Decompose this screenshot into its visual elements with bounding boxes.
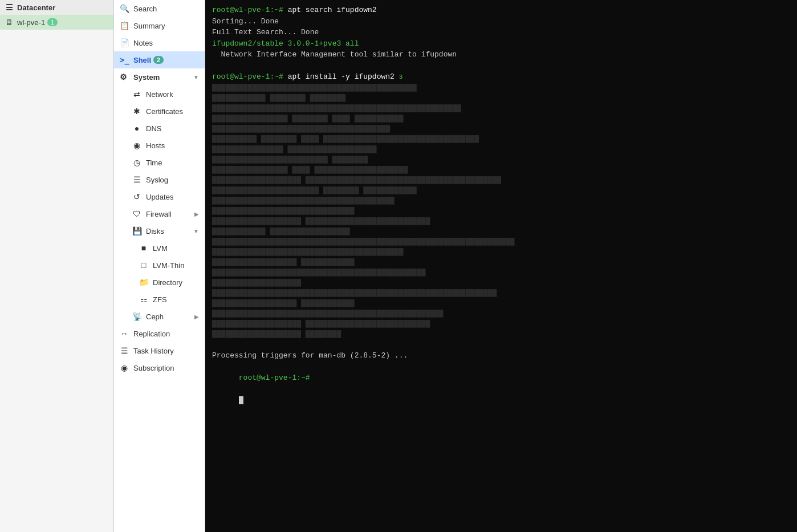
nav-label-certificates: Certificates <box>146 107 183 116</box>
node-label: wl-pve-1 <box>17 18 45 27</box>
nav-label-zfs: ZFS <box>153 295 167 304</box>
nav-label-syslog: Syslog <box>146 176 168 184</box>
certificates-icon: ✱ <box>132 107 141 116</box>
nav-item-updates[interactable]: ↺ Updates <box>121 188 205 205</box>
summary-icon: 📋 <box>120 21 129 30</box>
subscription-icon: ◉ <box>120 363 129 372</box>
terminal-content[interactable]: root@wl-pve-1:~# apt search ifupdown2 So… <box>205 0 797 532</box>
nav-label-system: System <box>133 73 160 82</box>
datacenter-icon: ☰ <box>5 3 14 12</box>
terminal-blurred-25: ████████████████████ ████████ <box>212 329 790 339</box>
nav-item-ceph[interactable]: 📡 Ceph ▶ <box>121 308 205 325</box>
shell-badge: 2 <box>153 56 164 64</box>
nav-label-dns: DNS <box>146 124 161 133</box>
nav-item-zfs[interactable]: ⚏ ZFS <box>128 291 205 308</box>
terminal-blurred-22: ███████████████████ ████████████ <box>212 298 790 308</box>
nav-item-lvm[interactable]: ■ LVM <box>128 239 205 257</box>
zfs-icon: ⚏ <box>139 295 148 304</box>
terminal-blurred-4: █████████████████ ████████ ████ ████████… <box>212 113 790 124</box>
nav-item-firewall[interactable]: 🛡 Firewall ▶ <box>121 205 205 222</box>
shell-icon: >_ <box>120 55 129 64</box>
lvm-icon: ■ <box>139 243 148 253</box>
terminal-line-5: Network Interface Management tool simila… <box>212 49 790 60</box>
nav-label-updates: Updates <box>146 193 173 201</box>
nav-label-time: Time <box>146 159 162 167</box>
nav-item-task-history[interactable]: ☰ Task History <box>114 342 205 359</box>
nav-item-notes[interactable]: 📄 Notes <box>114 34 205 51</box>
terminal-panel[interactable]: root@wl-pve-1:~# apt search ifupdown2 So… <box>205 0 797 532</box>
datacenter-label: Datacenter <box>17 3 55 12</box>
nav-label-ceph: Ceph <box>146 312 164 321</box>
terminal-blurred-5: ████████████████████████████████████████ <box>212 124 790 134</box>
nav-label-disks: Disks <box>146 227 164 235</box>
nav-item-hosts[interactable]: ◉ Hosts <box>121 137 205 154</box>
nav-item-network[interactable]: ⇄ Network <box>121 86 205 103</box>
nav-label-network: Network <box>146 90 173 99</box>
terminal-line-1: root@wl-pve-1:~# apt search ifupdown2 <box>212 5 790 16</box>
terminal-blurred-6: ██████████ ████████ ████ ███████████████… <box>212 134 790 144</box>
terminal-line-2: Sorting... Done <box>212 16 790 27</box>
tree-item-datacenter[interactable]: ☰ Datacenter <box>0 0 113 15</box>
nav-label-lvm-thin: LVM-Thin <box>153 261 184 270</box>
lvm-thin-icon: □ <box>139 261 148 270</box>
search-icon: 🔍 <box>120 4 129 13</box>
nav-item-syslog[interactable]: ☰ Syslog <box>121 171 205 188</box>
nav-item-time[interactable]: ◷ Time <box>121 154 205 171</box>
terminal-blurred-17: ████████████████████████████████████████… <box>212 247 790 257</box>
nav-item-disks[interactable]: 💾 Disks ▼ <box>121 222 205 239</box>
terminal-line-processing: Processing triggers for man-db (2.8.5-2)… <box>212 350 790 362</box>
nav-item-shell[interactable]: >_ Shell 2 <box>114 51 205 68</box>
nav-system-children: ⇄ Network ✱ Certificates ● DNS ◉ Hosts ◷… <box>114 86 205 325</box>
terminal-blurred-3: ████████████████████████████████████████… <box>212 103 790 113</box>
terminal-blurred-15: ████████████ ██████████████████ <box>212 226 790 237</box>
terminal-blurred-21: ████████████████████████████████████████… <box>212 288 790 298</box>
system-icon: ⚙ <box>120 72 129 82</box>
nav-label-task-history: Task History <box>133 347 174 355</box>
terminal-blurred-14: ████████████████████ ███████████████████… <box>212 216 790 226</box>
directory-icon: 📁 <box>139 278 148 287</box>
terminal-blurred-23: ████████████████████████████████████████… <box>212 308 790 319</box>
nav-item-replication[interactable]: ↔ Replication <box>114 325 205 342</box>
notes-icon: 📄 <box>120 38 129 47</box>
node-badge: 1 <box>47 18 58 26</box>
nav-item-dns[interactable]: ● DNS <box>121 120 205 137</box>
nav-item-search[interactable]: 🔍 Search <box>114 0 205 17</box>
terminal-cursor <box>239 396 243 404</box>
terminal-blurred-24: ████████████████████ ███████████████████… <box>212 319 790 329</box>
terminal-blurred-20: ████████████████████ <box>212 278 790 288</box>
terminal-blurred-19: ████████████████████████████████████████… <box>212 267 790 278</box>
terminal-blurred-10: ████████████████████ ███████████████████… <box>212 175 790 185</box>
nav-label-summary: Summary <box>133 22 165 30</box>
terminal-line-6 <box>212 60 790 72</box>
nav-item-lvm-thin[interactable]: □ LVM-Thin <box>128 257 205 274</box>
nav-label-lvm: LVM <box>153 244 168 253</box>
replication-icon: ↔ <box>120 329 129 338</box>
terminal-line-final: root@wl-pve-1:~# <box>212 362 790 417</box>
nav-label-search: Search <box>133 5 157 13</box>
ceph-icon: 📡 <box>132 312 141 321</box>
ceph-arrow-icon: ▶ <box>194 314 199 320</box>
terminal-blurred-13: ████████████████████████████████ <box>212 206 790 216</box>
task-history-icon: ☰ <box>120 346 129 355</box>
dns-icon: ● <box>132 124 141 133</box>
nav-item-certificates[interactable]: ✱ Certificates <box>121 103 205 120</box>
nav-label-firewall: Firewall <box>146 210 172 218</box>
syslog-icon: ☰ <box>132 175 141 184</box>
nav-panel: 🔍 Search 📋 Summary 📄 Notes >_ Shell 2 ⚙ … <box>114 0 205 532</box>
tree-panel: ☰ Datacenter 🖥 wl-pve-1 1 <box>0 0 114 532</box>
terminal-line-7: root@wl-pve-1:~# apt install -y ifupdown… <box>212 71 790 83</box>
terminal-blurred-8: ██████████████████████████ ████████ <box>212 155 790 165</box>
tree-item-node[interactable]: 🖥 wl-pve-1 1 <box>0 15 113 30</box>
nav-label-hosts: Hosts <box>146 141 165 150</box>
nav-item-directory[interactable]: 📁 Directory <box>128 274 205 291</box>
terminal-blurred-18: ███████████████████ ████████████ <box>212 257 790 267</box>
disks-arrow-icon: ▼ <box>193 228 199 234</box>
disks-icon: 💾 <box>132 226 141 235</box>
node-icon: 🖥 <box>5 18 14 27</box>
nav-item-summary[interactable]: 📋 Summary <box>114 17 205 34</box>
hosts-icon: ◉ <box>132 141 141 150</box>
nav-section-system[interactable]: ⚙ System ▼ <box>114 68 205 86</box>
updates-icon: ↺ <box>132 192 141 201</box>
nav-item-subscription[interactable]: ◉ Subscription <box>114 359 205 376</box>
terminal-blurred-9: █████████████████ ████ █████████████████… <box>212 165 790 175</box>
